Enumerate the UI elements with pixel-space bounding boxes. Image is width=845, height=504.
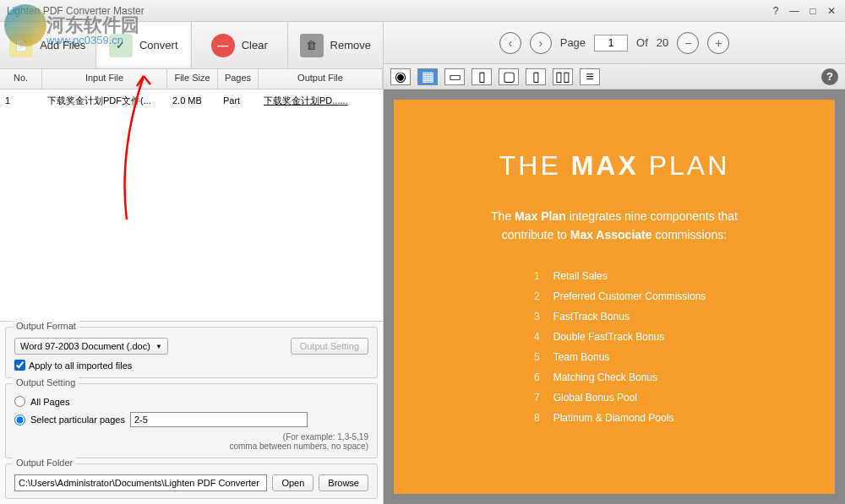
titlebar: Lighten PDF Converter Master ? — □ ✕ xyxy=(0,0,845,22)
output-setting-button[interactable]: Output Setting xyxy=(291,338,368,355)
zoom-out-button[interactable]: − xyxy=(677,32,699,54)
pdf-page-preview: THE MAX PLAN The Max Plan integrates nin… xyxy=(394,100,835,494)
remove-icon: 🗑 xyxy=(300,34,324,57)
convert-icon: ✓ xyxy=(109,34,133,57)
list-item: 1Retail Sales xyxy=(523,270,706,282)
list-item: 4Double FastTrack Bonus xyxy=(523,331,706,343)
preview-subtitle: The Max Plan integrates nine components … xyxy=(428,207,801,245)
convert-button[interactable]: ✓ Convert xyxy=(96,22,193,68)
output-setting-group: Output Setting All Pages Select particul… xyxy=(5,383,378,458)
add-files-button[interactable]: 📄 Add Files xyxy=(0,22,96,68)
preview-title: THE MAX PLAN xyxy=(428,150,801,182)
file-list[interactable]: 1 下载奖金计划PDF文件(... 2.0 MB Part 下载奖金计划PD..… xyxy=(0,89,383,321)
total-pages: 20 xyxy=(657,36,668,49)
continuous-icon[interactable]: ≡ xyxy=(580,68,600,85)
actual-size-icon[interactable]: ▢ xyxy=(499,68,519,85)
view-mode-toolbar: ◉ ▦ ▭ ▯ ▢ ▯ ▯▯ ≡ ? xyxy=(384,64,845,89)
output-format-group: Output Format Word 97-2003 Document (.do… xyxy=(5,327,378,378)
open-folder-button[interactable]: Open xyxy=(272,474,313,491)
output-folder-input[interactable] xyxy=(14,474,267,491)
preview-nav-toolbar: ‹ › Page Of 20 − + xyxy=(384,22,845,64)
fit-width-icon[interactable]: ▭ xyxy=(444,68,465,85)
window-title: Lighten PDF Converter Master xyxy=(7,5,144,17)
remove-button[interactable]: 🗑 Remove xyxy=(288,22,384,68)
add-files-icon: 📄 xyxy=(9,34,33,57)
zoom-in-button[interactable]: + xyxy=(707,32,729,54)
col-header-output[interactable]: Output File xyxy=(259,69,383,89)
all-pages-radio[interactable]: All Pages xyxy=(14,396,368,407)
preview-list: 1Retail Sales2Preferred Customer Commiss… xyxy=(523,270,706,432)
table-row[interactable]: 1 下载奖金计划PDF文件(... 2.0 MB Part 下载奖金计划PD..… xyxy=(0,89,383,111)
clear-button[interactable]: — Clear xyxy=(192,22,288,68)
list-item: 8Platinum & Diamond Pools xyxy=(523,412,706,424)
apply-all-checkbox[interactable]: Apply to all imported files xyxy=(14,360,368,371)
maximize-button[interactable]: □ xyxy=(806,4,820,18)
page-hint: (For example: 1,3-5,19 comma between num… xyxy=(14,432,368,451)
next-page-button[interactable]: › xyxy=(530,32,552,54)
clear-icon: — xyxy=(211,34,235,57)
preview-area[interactable]: THE MAX PLAN The Max Plan integrates nin… xyxy=(384,89,845,504)
col-header-no[interactable]: No. xyxy=(0,69,42,89)
format-select[interactable]: Word 97-2003 Document (.doc) xyxy=(14,338,168,355)
particular-pages-radio[interactable]: Select particular pages xyxy=(14,412,368,427)
close-button[interactable]: ✕ xyxy=(825,4,838,18)
output-folder-group: Output Folder Open Browse xyxy=(5,463,378,499)
facing-pages-icon[interactable]: ▯▯ xyxy=(553,68,573,85)
list-item: 6Matching Check Bonus xyxy=(523,371,706,383)
help-icon[interactable]: ? xyxy=(769,4,782,18)
browse-button[interactable]: Browse xyxy=(319,474,368,491)
fit-page-icon[interactable]: ▯ xyxy=(472,68,492,85)
list-item: 5Team Bonus xyxy=(523,351,706,363)
minimize-button[interactable]: — xyxy=(788,4,801,18)
single-page-icon[interactable]: ▯ xyxy=(526,68,546,85)
page-number-input[interactable] xyxy=(594,35,628,51)
view-mode-icon[interactable]: ◉ xyxy=(390,68,411,85)
thumbnail-view-icon[interactable]: ▦ xyxy=(417,68,438,85)
table-header: No. Input File File Size Pages Output Fi… xyxy=(0,69,383,89)
prev-page-button[interactable]: ‹ xyxy=(499,32,521,54)
list-item: 3FastTrack Bonus xyxy=(523,311,706,322)
col-header-size[interactable]: File Size xyxy=(167,69,218,89)
list-item: 7Global Bonus Pool xyxy=(523,392,706,404)
col-header-input[interactable]: Input File xyxy=(42,69,167,89)
page-range-input[interactable] xyxy=(130,412,308,427)
preview-help-icon[interactable]: ? xyxy=(821,68,838,85)
list-item: 2Preferred Customer Commissions xyxy=(523,290,706,302)
col-header-pages[interactable]: Pages xyxy=(218,69,259,89)
